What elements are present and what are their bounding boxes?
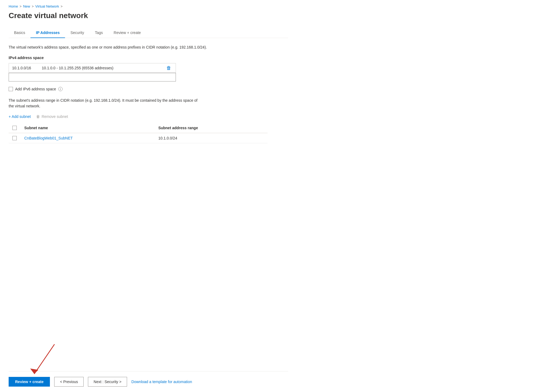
review-create-button[interactable]: Review + create [9,377,50,387]
tab-bar: Basics IP Addresses Security Tags Review… [9,28,288,38]
remove-subnet-button[interactable]: 🗑 Remove subnet [36,114,68,119]
table-row: CnBateBlogWeb01_SubNET 10.1.0.0/24 [9,133,268,143]
breadcrumb-virtual-network[interactable]: Virtual Network [35,4,59,8]
ipv6-checkbox-label: Add IPv6 address space [15,87,56,91]
download-template-link[interactable]: Download a template for automation [131,380,192,384]
delete-address-button[interactable]: 🗑 [165,66,172,70]
bottom-bar: Review + create < Previous Next : Securi… [9,371,288,392]
col-subnet-name: Subnet name [21,123,155,133]
previous-button[interactable]: < Previous [54,377,84,387]
remove-subnet-label: Remove subnet [42,114,68,119]
add-subnet-button[interactable]: + Add subnet [9,114,31,119]
breadcrumb-sep2: > [32,5,34,8]
ipv6-checkbox-row: Add IPv6 address space i [9,87,288,91]
page-title: Create virtual network [9,11,288,20]
breadcrumb-sep3: > [61,5,63,8]
subnet-range-cell: 10.1.0.0/24 [155,133,268,143]
tab-tags[interactable]: Tags [90,28,108,38]
next-security-button[interactable]: Next : Security > [88,377,127,387]
address-range: 10.1.0.0 - 10.1.255.255 (65536 addresses… [42,66,165,70]
ipv6-checkbox[interactable] [9,87,13,91]
subnet-table: Subnet name Subnet address range CnBateB… [9,123,268,143]
address-space-description: The virtual network's address space, spe… [9,45,288,50]
tab-ip-addresses[interactable]: IP Addresses [30,28,65,38]
address-space-input[interactable] [9,73,176,81]
breadcrumb-home[interactable]: Home [9,4,18,8]
subnet-description: The subnet's address range in CIDR notat… [9,98,197,109]
tab-basics[interactable]: Basics [9,28,30,38]
subnet-actions: + Add subnet 🗑 Remove subnet [9,114,288,119]
remove-subnet-icon: 🗑 [36,114,40,119]
breadcrumb-sep1: > [20,5,22,8]
address-cidr: 10.1.0.0/16 [12,66,42,70]
tab-security[interactable]: Security [65,28,90,38]
select-all-checkbox[interactable] [12,126,17,130]
ipv4-section-label: IPv4 address space [9,56,288,60]
breadcrumb: Home > New > Virtual Network > [9,0,288,11]
address-entry-row: 10.1.0.0/16 10.1.0.0 - 10.1.255.255 (655… [9,63,176,73]
breadcrumb-new[interactable]: New [23,4,30,8]
col-subnet-range: Subnet address range [155,123,268,133]
ipv6-info-icon[interactable]: i [58,87,63,91]
subnet-name-link[interactable]: CnBateBlogWeb01_SubNET [24,136,73,140]
row-checkbox[interactable] [12,136,17,140]
tab-review-create[interactable]: Review + create [108,28,146,38]
